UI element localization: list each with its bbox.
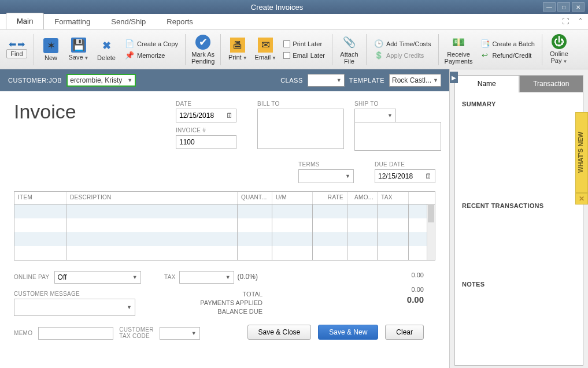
window-title: Create Invoices (13, 3, 541, 12)
memorize-button[interactable]: 📌Memorize (121, 50, 182, 61)
new-icon: ✶ (43, 38, 58, 53)
save-icon: 💾 (71, 38, 86, 53)
credits-icon: 💲 (373, 50, 384, 61)
shipto-dropdown[interactable]: ▼ (354, 109, 396, 122)
clock-icon: 🕒 (373, 39, 384, 49)
col-rate[interactable]: RATE (313, 192, 347, 204)
grid-body[interactable] (14, 205, 435, 260)
memorize-icon: 📌 (124, 50, 135, 61)
find-label: Find (6, 49, 27, 58)
tab-sendship[interactable]: Send/Ship (101, 14, 156, 29)
receive-payments-button[interactable]: 💵Receive Payments (442, 32, 475, 67)
title-bar: Create Invoices — □ ✕ (0, 0, 588, 14)
template-dropdown[interactable]: Rock Castl...▼ (389, 74, 441, 87)
col-tax[interactable]: TAX (378, 192, 409, 204)
billto-label: BILL TO (257, 101, 344, 107)
calendar-icon[interactable]: 🗓 (226, 111, 233, 120)
tab-name[interactable]: Name (454, 75, 519, 92)
email-later-check[interactable]: Email Later (280, 50, 328, 61)
create-copy-button[interactable]: 📄Create a Copy (121, 38, 182, 50)
maximize-icon[interactable]: □ (557, 2, 570, 12)
print-button[interactable]: 🖶Print▼ (224, 32, 251, 67)
duedate-field[interactable]: 12/15/2018🗓 (375, 169, 435, 183)
arrow-left-icon[interactable]: ⬅ (9, 41, 16, 48)
terms-label: TERMS (298, 161, 354, 168)
refund-icon: ↩ (480, 50, 490, 61)
tab-main[interactable]: Main (6, 13, 44, 29)
balance-value: 0.00 (407, 295, 424, 304)
recent-header: RECENT TRANSACTIONS (462, 202, 576, 209)
whats-new-tab[interactable]: WHAT'S NEW (575, 112, 588, 193)
col-description[interactable]: DESCRIPTION (66, 192, 238, 204)
customer-job-dropdown[interactable]: ercrombie, Kristy▼ (66, 74, 136, 87)
whats-new-close-icon[interactable]: ✕ (575, 193, 588, 205)
print-icon: 🖶 (230, 38, 245, 53)
tax-amount: 0.00 (412, 272, 424, 278)
custtax-dropdown[interactable]: ▼ (160, 327, 200, 340)
ribbon-toolbar: ⬅ ➡ Find ✶New 💾Save▼ ✖Delete 📄Create a C… (0, 30, 588, 69)
class-dropdown[interactable]: ▼ (308, 74, 345, 87)
col-amount[interactable]: AMO... (347, 192, 378, 204)
tab-reports[interactable]: Reports (156, 14, 204, 29)
total-label: TOTAL (243, 291, 262, 298)
create-batch-button[interactable]: 📑Create a Batch (476, 38, 538, 50)
summary-header: SUMMARY (462, 101, 576, 107)
email-icon: ✉ (258, 38, 273, 53)
checkbox-icon (283, 40, 290, 47)
attach-file-button[interactable]: 📎Attach File (336, 32, 363, 67)
customer-job-label: CUSTOMER:JOB (8, 77, 62, 84)
shipto-label: SHIP TO (354, 101, 441, 107)
notes-header: NOTES (462, 281, 576, 288)
balance-label: BALANCE DUE (217, 308, 262, 315)
class-label: CLASS (280, 77, 303, 84)
date-field[interactable]: 12/15/2018🗓 (176, 109, 236, 122)
calendar-icon[interactable]: 🗓 (425, 172, 432, 180)
shipto-field[interactable] (354, 122, 441, 151)
batch-icon: 📑 (480, 39, 490, 49)
grid-scrollbar[interactable] (427, 205, 435, 260)
save-close-button[interactable]: Save & Close (247, 325, 312, 340)
col-quantity[interactable]: QUANT... (238, 192, 272, 204)
paperclip-icon: 📎 (342, 35, 357, 50)
memo-label: MEMO (14, 330, 32, 336)
terms-dropdown[interactable]: ▼ (298, 169, 354, 183)
onlinepay-label: ONLINE PAY (14, 274, 50, 280)
invoice-num-field[interactable]: 1100 (176, 135, 236, 149)
tab-transaction[interactable]: Transaction (519, 75, 584, 92)
save-new-button[interactable]: Save & New (318, 325, 378, 340)
arrow-right-icon[interactable]: ➡ (17, 41, 25, 48)
duedate-label: DUE DATE (375, 161, 435, 168)
find-button[interactable]: ⬅ ➡ Find (3, 32, 30, 67)
refund-button[interactable]: ↩Refund/Credit (476, 50, 538, 61)
onlinepay-dropdown[interactable]: Off▼ (54, 271, 141, 284)
tax-dropdown[interactable]: ▼ (179, 271, 234, 284)
email-button[interactable]: ✉Email▼ (252, 32, 279, 67)
col-item[interactable]: ITEM (14, 192, 66, 204)
tax-pct: (0.0%) (238, 273, 258, 281)
online-pay-button[interactable]: ⏻Online Pay▼ (546, 32, 572, 67)
custmsg-dropdown[interactable]: ▼ (14, 299, 135, 316)
new-button[interactable]: ✶New (38, 32, 64, 67)
apply-credits-button[interactable]: 💲Apply Credits (370, 50, 435, 61)
fullscreen-icon[interactable]: ⛶ (560, 17, 571, 26)
collapse-icon[interactable]: ▶ (450, 72, 458, 83)
close-icon[interactable]: ✕ (572, 2, 585, 12)
memo-field[interactable] (38, 327, 113, 340)
power-icon: ⏻ (552, 34, 567, 49)
payments-value: 0.00 (412, 286, 424, 293)
delete-button[interactable]: ✖Delete (93, 32, 120, 67)
print-later-check[interactable]: Print Later (280, 38, 328, 50)
mark-pending-button[interactable]: ✔Mark As Pending (189, 32, 217, 67)
clear-button[interactable]: Clear (385, 325, 424, 340)
custmsg-label: CUSTOMER MESSAGE (14, 291, 80, 297)
date-label: DATE (176, 101, 236, 107)
save-button[interactable]: 💾Save▼ (65, 32, 92, 67)
chevron-up-icon[interactable]: ˄ (575, 17, 586, 26)
col-um[interactable]: U/M (272, 192, 313, 204)
tab-formatting[interactable]: Formatting (44, 14, 101, 29)
add-time-button[interactable]: 🕒Add Time/Costs (370, 38, 435, 50)
minimize-icon[interactable]: — (543, 2, 556, 12)
customer-bar: CUSTOMER:JOB ercrombie, Kristy▼ CLASS ▼ … (0, 69, 449, 91)
billto-field[interactable] (257, 109, 344, 149)
tax-label: TAX (164, 274, 176, 280)
